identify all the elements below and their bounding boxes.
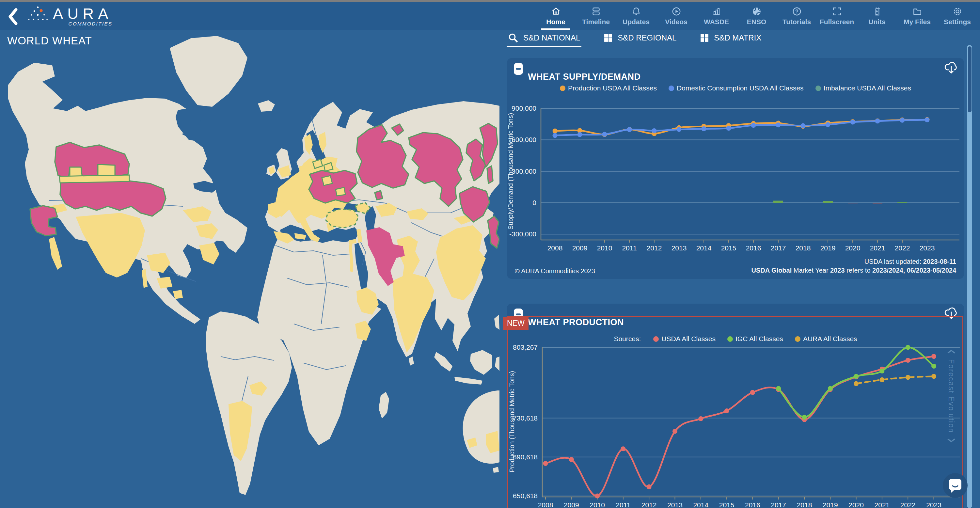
grid-icon — [700, 34, 704, 38]
legend-dot — [795, 336, 800, 342]
legend-label: AURA All Classes — [803, 335, 857, 343]
tab-sd-regional[interactable]: S&D REGIONAL — [604, 33, 676, 47]
legend-dot — [727, 336, 733, 342]
supply-demand-panel: WHEAT SUPPLY/DEMAND Production USDA All … — [507, 58, 964, 279]
map-landmasses — [8, 36, 500, 495]
svg-text:2008: 2008 — [547, 244, 563, 252]
supply-demand-chart[interactable]: 900,000600,000300,0000-300,0002008200920… — [507, 78, 964, 277]
svg-text:300,000: 300,000 — [512, 167, 536, 175]
svg-text:2015: 2015 — [721, 244, 737, 252]
new-badge: NEW — [503, 317, 528, 330]
sources-label: Sources: — [614, 335, 641, 343]
svg-text:2022: 2022 — [895, 244, 910, 252]
svg-text:2016: 2016 — [746, 244, 761, 252]
nav-item-tutorials[interactable]: ? Tutorials — [776, 2, 817, 30]
page-title: WORLD WHEAT — [7, 35, 92, 47]
usda-market-year-line: USDA Global Market Year 2023 refers to 2… — [751, 266, 956, 275]
legend-dot — [668, 86, 674, 91]
grid-icon — [604, 34, 608, 38]
search-icon — [509, 34, 515, 40]
folder-icon — [914, 9, 921, 14]
nav-item-wasde[interactable]: WASDE — [696, 2, 737, 30]
nav-item-home[interactable]: Home — [536, 2, 576, 30]
chevron-down-icon[interactable] — [947, 438, 955, 443]
nav-item-enso[interactable]: ENSO — [737, 2, 776, 30]
svg-text:2017: 2017 — [771, 244, 786, 252]
copyright-text: © AURA Commodities 2023 — [515, 268, 595, 275]
supply-demand-legend: Production USDA All Classes Domestic Con… — [507, 84, 964, 92]
bell-icon — [633, 8, 639, 13]
nav-item-fullscreen[interactable]: Fullscreen — [817, 2, 857, 30]
legend-label: IGC All Classes — [735, 335, 783, 343]
chat-widget-button[interactable] — [943, 473, 967, 498]
page-scrollbar-track[interactable] — [967, 45, 972, 508]
nav-item-timeline[interactable]: Timeline — [576, 2, 616, 30]
map-nile-strip — [351, 242, 352, 272]
aura-logo: AURA COMMODITIES — [28, 5, 113, 26]
svg-text:?: ? — [795, 8, 799, 14]
legend-item-usda[interactable]: USDA All Classes — [653, 335, 716, 343]
nav-label: WASDE — [704, 18, 729, 26]
svg-text:-300,000: -300,000 — [509, 230, 536, 238]
legend-label: Imbalance USDA All Classes — [824, 84, 911, 92]
nav-label: Units — [869, 18, 886, 26]
download-chart-button[interactable] — [944, 60, 959, 76]
production-legend: Sources: USDA All Classes IGC All Classe… — [507, 335, 964, 343]
usda-footer-notes: USDA last updated: 2023-08-11 USDA Globa… — [751, 257, 956, 275]
nav-item-settings[interactable]: Settings — [937, 2, 977, 30]
nav-item-units[interactable]: Units — [857, 2, 897, 30]
legend-item-production[interactable]: Production USDA All Classes — [560, 84, 657, 92]
svg-text:2013: 2013 — [671, 244, 687, 252]
collapse-panel-button[interactable] — [514, 63, 523, 76]
legend-item-consumption[interactable]: Domestic Consumption USDA All Classes — [668, 84, 804, 92]
world-map[interactable] — [0, 30, 500, 508]
legend-item-igc[interactable]: IGC All Classes — [727, 335, 783, 343]
legend-item-imbalance[interactable]: Imbalance USDA All Classes — [816, 84, 911, 92]
nav-label: ENSO — [747, 18, 767, 26]
svg-text:2018: 2018 — [795, 244, 811, 252]
nav-label: Fullscreen — [820, 18, 854, 26]
forecast-evolution-rail: Forecast Evolution — [947, 349, 956, 443]
logo-dots-icon — [28, 5, 48, 23]
tab-label: S&D MATRIX — [714, 33, 761, 43]
fullscreen-icon — [834, 8, 840, 15]
back-chevron-icon — [10, 10, 16, 24]
svg-text:Supply/Demand (Thousand Metric: Supply/Demand (Thousand Metric Tons) — [507, 113, 514, 230]
legend-label: USDA All Classes — [661, 335, 716, 343]
new-feature-highlight-border — [507, 316, 963, 508]
cloud-download-icon — [945, 62, 956, 70]
tab-sd-matrix[interactable]: S&D MATRIX — [700, 33, 761, 47]
nav-item-my-files[interactable]: My Files — [897, 2, 937, 30]
logo-title: AURA — [53, 5, 113, 22]
window-top-strip — [0, 0, 980, 2]
svg-text:2012: 2012 — [647, 244, 662, 252]
active-underline — [541, 29, 570, 30]
nav-label: Updates — [622, 18, 650, 26]
svg-text:2011: 2011 — [622, 244, 636, 252]
chevron-up-icon[interactable] — [947, 349, 955, 354]
legend-dot — [560, 86, 565, 91]
svg-text:600,000: 600,000 — [512, 136, 536, 143]
nav-label: Timeline — [582, 18, 610, 26]
nav-label: Settings — [944, 18, 971, 26]
page-scrollbar-thumb[interactable] — [968, 46, 972, 112]
tab-label: S&D NATIONAL — [523, 33, 580, 43]
back-button[interactable] — [7, 8, 20, 25]
legend-dot — [816, 86, 821, 91]
forecast-rail-label: Forecast Evolution — [947, 359, 956, 433]
svg-text:2019: 2019 — [820, 244, 836, 252]
svg-text:2023: 2023 — [920, 244, 935, 252]
nav-item-updates[interactable]: Updates — [616, 2, 656, 30]
tab-label: S&D REGIONAL — [618, 33, 676, 43]
usda-updated-line: USDA last updated: 2023-08-11 — [751, 257, 956, 266]
nav-label: My Files — [904, 18, 931, 26]
svg-text:2009: 2009 — [572, 244, 588, 252]
svg-text:2014: 2014 — [696, 244, 712, 252]
timeline-icon — [593, 8, 599, 11]
svg-text:2010: 2010 — [597, 244, 612, 252]
production-panel: WHEAT PRODUCTION NEW Sources: USDA All C… — [507, 304, 964, 508]
gear-icon — [956, 10, 959, 13]
nav-item-videos[interactable]: Videos — [656, 2, 696, 30]
legend-item-aura[interactable]: AURA All Classes — [795, 335, 857, 343]
tab-sd-national[interactable]: S&D NATIONAL — [508, 33, 580, 47]
